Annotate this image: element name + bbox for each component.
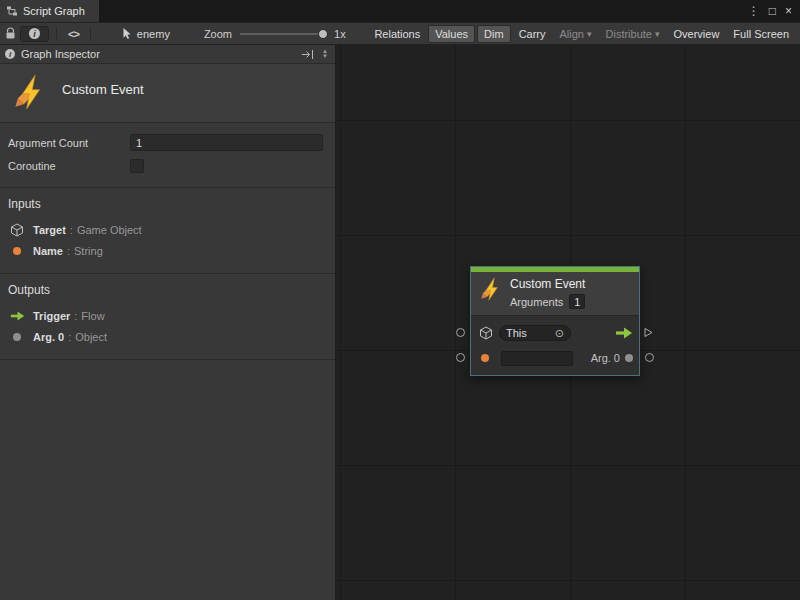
toolbar-buttons: Relations Values Dim Carry Align ▾ Distr… xyxy=(368,25,795,43)
outputs-section: Outputs Trigger : Flow Arg. 0 : Object xyxy=(0,274,335,360)
object-port-icon xyxy=(8,333,26,341)
arg0-output-port[interactable] xyxy=(625,354,633,362)
script-graph-icon xyxy=(6,5,18,17)
close-icon[interactable]: × xyxy=(785,5,792,17)
node-header-text: Custom Event Arguments 1 xyxy=(510,277,585,309)
argument-count-input[interactable] xyxy=(130,134,323,151)
port-row-arg0: Arg. 0 : Object xyxy=(8,326,327,347)
outputs-heading: Outputs xyxy=(8,283,327,297)
scroll-stepper[interactable]: ▲ ▼ xyxy=(320,49,330,59)
arg0-label: Arg. 0 xyxy=(591,352,620,364)
game-object-cube-icon xyxy=(8,223,26,237)
zoom-label: Zoom xyxy=(204,28,232,40)
name-port-row: Arg. 0 xyxy=(479,347,633,369)
port-row-target: Target : Game Object xyxy=(8,219,327,240)
titlebar-spacer xyxy=(99,0,748,22)
node-header[interactable]: Custom Event Arguments 1 xyxy=(471,272,639,315)
graph-name-label: enemy xyxy=(137,28,170,40)
string-port-icon xyxy=(8,247,26,255)
arguments-label: Arguments xyxy=(510,296,563,308)
edit-script-icon[interactable]: <> xyxy=(64,28,83,40)
inspector-toggle-button[interactable]: i xyxy=(20,26,49,42)
node-arguments-row: Arguments 1 xyxy=(510,294,585,309)
coroutine-label: Coroutine xyxy=(8,160,130,172)
graph-pointer-icon xyxy=(122,27,132,40)
toolbar-button-values[interactable]: Values xyxy=(428,25,475,43)
port-row-trigger: Trigger : Flow xyxy=(8,305,327,326)
unit-settings: Argument Count Coroutine xyxy=(0,123,335,188)
zoom-control: Zoom 1x xyxy=(204,28,346,40)
toolbar-button-overview[interactable]: Overview xyxy=(668,25,726,43)
node-body: This ⊙ Arg. 0 xyxy=(471,315,639,375)
custom-event-node[interactable]: Custom Event Arguments 1 xyxy=(470,266,640,376)
flow-out-port[interactable] xyxy=(644,327,653,338)
argument-count-label: Argument Count xyxy=(8,137,130,149)
flow-arrow-icon xyxy=(8,311,26,321)
port-row-name: Name : String xyxy=(8,240,327,261)
info-icon: i xyxy=(5,49,15,59)
toolbar-button-align[interactable]: Align ▾ xyxy=(554,25,598,43)
toolbar-separator xyxy=(56,27,57,41)
argument-count-row: Argument Count xyxy=(8,131,323,154)
graph-canvas[interactable]: Custom Event Arguments 1 xyxy=(336,45,800,600)
custom-event-icon xyxy=(479,277,503,301)
main-area: i Graph Inspector ▲ ▼ Custom Event Argum… xyxy=(0,45,800,600)
unit-title: Custom Event xyxy=(62,82,144,110)
inspector-title: Graph Inspector xyxy=(21,48,100,60)
inspector-header: i Graph Inspector ▲ ▼ xyxy=(0,45,335,64)
chevron-down-icon: ▾ xyxy=(655,29,660,39)
toolbar-separator xyxy=(90,27,91,41)
dock-panel-icon[interactable] xyxy=(301,49,314,60)
toolbar-button-distribute[interactable]: Distribute ▾ xyxy=(600,25,666,43)
graph-breadcrumb[interactable]: enemy xyxy=(122,27,170,40)
zoom-slider-handle[interactable] xyxy=(318,29,328,39)
zoom-value: 1x xyxy=(334,28,346,40)
window-menu-icon[interactable]: ⋮ xyxy=(748,5,760,17)
target-value: This xyxy=(506,327,527,339)
arguments-count-field[interactable]: 1 xyxy=(569,294,585,309)
zoom-slider[interactable] xyxy=(240,33,326,35)
node-title: Custom Event xyxy=(510,277,585,291)
name-input-port[interactable] xyxy=(481,354,489,362)
value-out-port[interactable] xyxy=(645,353,654,362)
name-input-field[interactable] xyxy=(501,351,573,366)
scroll-down-icon[interactable]: ▼ xyxy=(322,54,328,59)
toolbar-button-dim[interactable]: Dim xyxy=(477,25,511,43)
chevron-down-icon: ▾ xyxy=(587,29,592,39)
tab-title: Script Graph xyxy=(23,5,85,17)
target-dropdown[interactable]: This ⊙ xyxy=(499,325,571,341)
object-picker-icon[interactable]: ⊙ xyxy=(555,328,564,339)
relation-port-left-top[interactable] xyxy=(456,328,465,337)
window-controls: ⋮ □ × xyxy=(748,0,800,22)
toolbar-button-carry[interactable]: Carry xyxy=(513,25,552,43)
game-object-cube-icon xyxy=(479,326,493,340)
graph-toolbar: i <> enemy Zoom 1x Relations Values Dim … xyxy=(0,22,800,45)
window-titlebar: Script Graph ⋮ □ × xyxy=(0,0,800,22)
maximize-icon[interactable]: □ xyxy=(769,5,776,17)
toolbar-button-relations[interactable]: Relations xyxy=(368,25,426,43)
info-icon: i xyxy=(29,28,40,39)
relation-port-left-bottom[interactable] xyxy=(456,353,465,362)
lock-icon[interactable] xyxy=(5,27,16,40)
custom-event-icon xyxy=(12,74,48,110)
target-port-row: This ⊙ xyxy=(479,322,633,344)
graph-inspector-panel: i Graph Inspector ▲ ▼ Custom Event Argum… xyxy=(0,45,336,600)
trigger-flow-port-icon[interactable] xyxy=(615,327,633,339)
coroutine-row: Coroutine xyxy=(8,154,323,177)
toolbar-button-fullscreen[interactable]: Full Screen xyxy=(727,25,795,43)
inputs-heading: Inputs xyxy=(8,197,327,211)
coroutine-checkbox[interactable] xyxy=(130,159,144,173)
inputs-section: Inputs Target : Game Object Name : Strin… xyxy=(0,188,335,274)
tab-script-graph[interactable]: Script Graph xyxy=(0,0,99,22)
unit-header: Custom Event xyxy=(0,64,335,123)
